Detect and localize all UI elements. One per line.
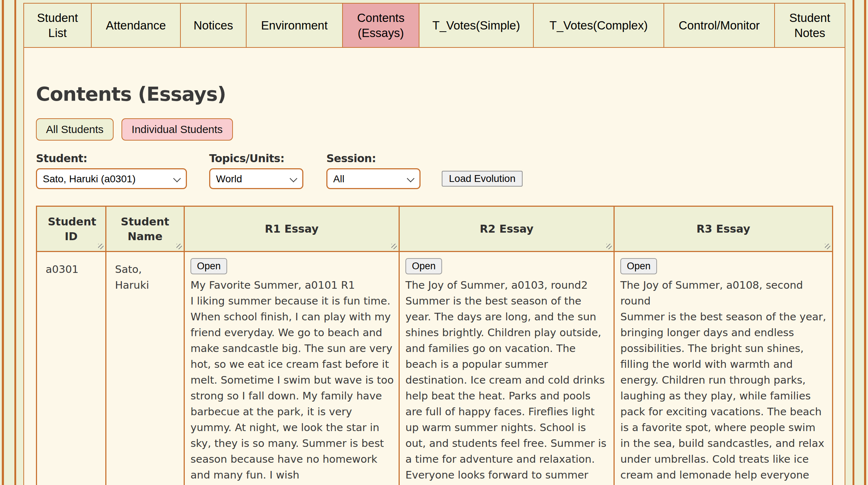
student-filter-label: Student:: [36, 152, 187, 165]
r3-essay-cell: Open The Joy of Summer, a0108, second ro…: [614, 252, 833, 485]
resize-grip-icon[interactable]: [98, 244, 104, 249]
col-header-label: Student ID: [48, 215, 96, 243]
resize-grip-icon[interactable]: [176, 244, 182, 249]
tab-notices[interactable]: Notices: [180, 3, 247, 48]
session-select-wrap: All: [326, 168, 421, 189]
student-id-cell: a0301: [37, 252, 106, 485]
col-header-student-name: Student Name: [106, 206, 184, 252]
student-name-cell: Sato, Haruki: [106, 252, 184, 485]
open-r3-essay-button[interactable]: Open: [620, 258, 657, 274]
tab-t-votes-simple[interactable]: T_Votes(Simple): [419, 3, 534, 48]
page-title: Contents (Essays): [36, 83, 833, 105]
r2-essay-text: The Joy of Summer, a0103, round2 Summer …: [405, 277, 609, 485]
student-select-wrap: Sato, Haruki (a0301): [36, 168, 187, 189]
outer-frame: Student List Attendance Notices Environm…: [2, 0, 866, 485]
col-header-label: Student Name: [121, 215, 169, 243]
tab-attendance[interactable]: Attendance: [91, 3, 181, 48]
content-panel: Contents (Essays) All Students Individua…: [23, 47, 845, 485]
topics-filter-label: Topics/Units:: [209, 152, 303, 165]
open-r2-essay-button[interactable]: Open: [405, 258, 442, 274]
r1-essay-text: My Favorite Summer, a0101 R1 I liking su…: [190, 277, 394, 483]
topics-select-wrap: World: [209, 168, 303, 189]
view-mode-buttons: All Students Individual Students: [36, 118, 833, 141]
content-column: Student List Attendance Notices Environm…: [23, 3, 845, 485]
tab-control-monitor[interactable]: Control/Monitor: [663, 3, 775, 48]
tab-contents-essays[interactable]: Contents (Essays): [342, 3, 419, 48]
r3-essay-text: The Joy of Summer, a0108, second round S…: [620, 277, 828, 483]
col-header-r2-essay: R2 Essay: [399, 206, 614, 252]
resize-grip-icon[interactable]: [606, 244, 612, 249]
resize-grip-icon[interactable]: [825, 244, 830, 249]
tab-bar: Student List Attendance Notices Environm…: [23, 3, 845, 48]
col-header-student-id: Student ID: [37, 206, 106, 252]
tab-student-notes[interactable]: Student Notes: [774, 3, 845, 48]
all-students-button[interactable]: All Students: [36, 118, 114, 141]
col-header-label: R1 Essay: [265, 223, 319, 235]
table-header-row: Student ID Student Name R1 Essay: [37, 206, 833, 252]
student-filter-group: Student: Sato, Haruki (a0301): [36, 152, 187, 189]
session-filter-label: Session:: [326, 152, 421, 165]
session-filter-group: Session: All: [326, 152, 421, 189]
col-header-r3-essay: R3 Essay: [614, 206, 833, 252]
filter-row: Student: Sato, Haruki (a0301) Topics/Uni…: [36, 152, 833, 189]
resize-grip-icon[interactable]: [391, 244, 397, 249]
session-select[interactable]: All: [326, 168, 421, 189]
col-header-r1-essay: R1 Essay: [184, 206, 399, 252]
student-select[interactable]: Sato, Haruki (a0301): [36, 168, 187, 189]
tab-student-list[interactable]: Student List: [23, 3, 92, 48]
r2-essay-cell: Open The Joy of Summer, a0103, round2 Su…: [399, 252, 614, 485]
essays-table: Student ID Student Name R1 Essay: [36, 206, 833, 485]
table-row: a0301 Sato, Haruki Open My Favorite Summ…: [37, 252, 833, 485]
topics-filter-group: Topics/Units: World: [209, 152, 303, 189]
topics-select[interactable]: World: [209, 168, 303, 189]
r1-essay-cell: Open My Favorite Summer, a0101 R1 I liki…: [184, 252, 399, 485]
col-header-label: R3 Essay: [697, 223, 750, 235]
inner-frame: Student List Attendance Notices Environm…: [14, 0, 854, 485]
col-header-label: R2 Essay: [480, 223, 534, 235]
load-evolution-button[interactable]: Load Evolution: [442, 171, 523, 187]
open-r1-essay-button[interactable]: Open: [190, 258, 227, 274]
tab-t-votes-complex[interactable]: T_Votes(Complex): [533, 3, 664, 48]
individual-students-button[interactable]: Individual Students: [121, 118, 233, 141]
tab-environment[interactable]: Environment: [246, 3, 343, 48]
